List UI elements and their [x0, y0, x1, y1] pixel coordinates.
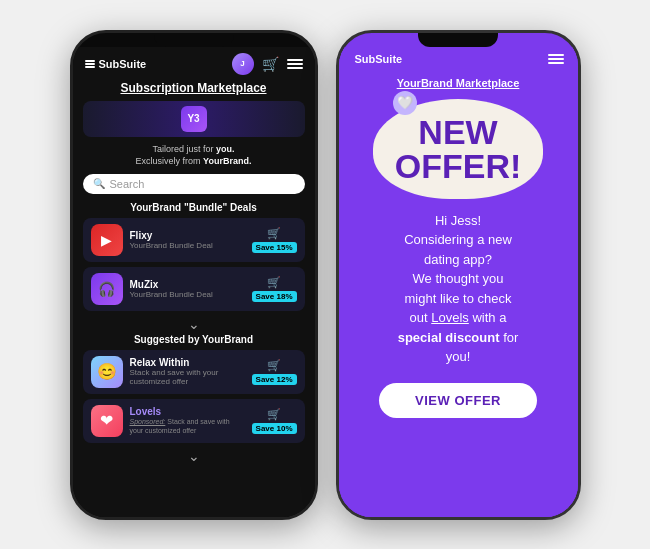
body-line8: for — [503, 330, 518, 345]
relax-right: 🛒 Save 12% — [252, 359, 297, 385]
body-line2: dating app? — [424, 252, 492, 267]
tagline-brand: YourBrand. — [203, 156, 251, 166]
relax-info: Relax Within Stack and save with your cu… — [130, 357, 245, 386]
relax-cart-icon[interactable]: 🛒 — [267, 359, 281, 372]
heart-badge: 🤍 — [393, 91, 417, 115]
greeting: Hi Jess! — [435, 213, 481, 228]
chevron-down-2[interactable]: ⌄ — [83, 448, 305, 464]
hamburger-menu[interactable] — [287, 59, 303, 69]
lovels-name: Lovels — [130, 406, 245, 417]
marketplace-title: Subscription Marketplace — [83, 81, 305, 95]
brand-badge: Y3 — [181, 106, 207, 132]
offer-body: Hi Jess! Considering a new dating app? W… — [398, 211, 519, 367]
sponsored-badge: Sponsored: Stack and save with your cust… — [130, 418, 230, 434]
lovels-info: Lovels Sponsored: Stack and save with yo… — [130, 406, 245, 435]
chevron-down-1[interactable]: ⌄ — [83, 316, 305, 332]
subsuite-logo-text-right: SubSuite — [355, 53, 403, 65]
body-line5: out — [410, 310, 428, 325]
muzix-cart-icon[interactable]: 🛒 — [267, 276, 281, 289]
left-notch — [154, 33, 234, 47]
flixy-info: Flixy YourBrand Bundle Deal — [130, 230, 245, 250]
lovels-right: 🛒 Save 10% — [252, 408, 297, 434]
left-phone: SubSuite J 🛒 Subscription Marketplace Y3 — [70, 30, 318, 520]
muzix-right: 🛒 Save 18% — [252, 276, 297, 302]
flixy-name: Flixy — [130, 230, 245, 241]
body-line6: with a — [472, 310, 506, 325]
heart-icon: 🤍 — [397, 95, 413, 110]
relax-save-badge: Save 12% — [252, 374, 297, 385]
right-phone: SubSuite YourBrand Marketplace 🤍 NEW OFF… — [336, 30, 581, 520]
subsuite-logo-left: SubSuite — [85, 58, 147, 70]
right-content: YourBrand Marketplace 🤍 NEW OFFER! Hi Je… — [339, 71, 578, 517]
offer-blob: 🤍 NEW OFFER! — [373, 99, 543, 199]
deal-card-muzix[interactable]: 🎧 MuZix YourBrand Bundle Deal 🛒 Save 18% — [83, 267, 305, 311]
lovels-save-badge: Save 10% — [252, 423, 297, 434]
lovels-icon: ❤ — [91, 405, 123, 437]
new-offer-line1: NEW — [418, 113, 497, 151]
relax-sub: Stack and save with your customized offe… — [130, 368, 245, 386]
lovels-cart-icon[interactable]: 🛒 — [267, 408, 281, 421]
subsuite-logo-text: SubSuite — [99, 58, 147, 70]
tagline-part1: Tailored just for — [152, 144, 216, 154]
deal-card-relax[interactable]: 😊 Relax Within Stack and save with your … — [83, 350, 305, 394]
right-header: SubSuite — [339, 47, 578, 71]
muzix-icon: 🎧 — [91, 273, 123, 305]
flixy-cart-icon[interactable]: 🛒 — [267, 227, 281, 240]
avatar[interactable]: J — [232, 53, 254, 75]
new-offer-line2: OFFER! — [395, 147, 522, 185]
muzix-save-badge: Save 18% — [252, 291, 297, 302]
flixy-sub: YourBrand Bundle Deal — [130, 241, 245, 250]
muzix-headphones-icon: 🎧 — [98, 281, 115, 297]
yourbrand-link[interactable]: YourBrand Marketplace — [397, 77, 520, 89]
tagline: Tailored just for you. Exclusively from … — [83, 143, 305, 168]
search-icon: 🔍 — [93, 178, 105, 189]
body-line9: you! — [446, 349, 471, 364]
tagline-part2: Exclusively from — [136, 156, 204, 166]
new-offer-text: NEW OFFER! — [395, 115, 522, 183]
body-line7: special discount — [398, 330, 500, 345]
view-offer-button[interactable]: VIEW OFFER — [379, 383, 537, 418]
bundle-section-title: YourBrand "Bundle" Deals — [83, 202, 305, 213]
left-header: SubSuite J 🛒 — [73, 47, 315, 81]
flixy-save-badge: Save 15% — [252, 242, 297, 253]
suggested-section-title: Suggested by YourBrand — [83, 334, 305, 345]
app-name-link[interactable]: Lovels — [431, 310, 469, 325]
lovels-heart-icon: ❤ — [100, 411, 113, 430]
relax-emoji-icon: 😊 — [97, 362, 117, 381]
brand-banner: Y3 — [83, 101, 305, 137]
search-input-placeholder: Search — [110, 178, 295, 190]
muzix-name: MuZix — [130, 279, 245, 290]
sponsored-label: Sponsored: — [130, 418, 166, 425]
relax-name: Relax Within — [130, 357, 245, 368]
cart-icon-header[interactable]: 🛒 — [262, 56, 279, 72]
subsuite-logo-right: SubSuite — [353, 53, 403, 65]
right-notch — [418, 33, 498, 47]
body-line4: might like to check — [405, 291, 512, 306]
flixy-right: 🛒 Save 15% — [252, 227, 297, 253]
left-content: Subscription Marketplace Y3 Tailored jus… — [73, 81, 315, 517]
flixy-icon: ▶ — [91, 224, 123, 256]
flixy-play-icon: ▶ — [101, 232, 112, 248]
search-bar[interactable]: 🔍 Search — [83, 174, 305, 194]
tagline-you: you. — [216, 144, 235, 154]
relax-icon: 😊 — [91, 356, 123, 388]
body-line1: Considering a new — [404, 232, 512, 247]
right-screen: SubSuite YourBrand Marketplace 🤍 NEW OFF… — [339, 47, 578, 517]
subsuite-bar-icon — [85, 60, 95, 68]
header-icons: J 🛒 — [232, 53, 303, 75]
deal-card-lovels[interactable]: ❤ Lovels Sponsored: Stack and save with … — [83, 399, 305, 443]
muzix-sub: YourBrand Bundle Deal — [130, 290, 245, 299]
left-screen: SubSuite J 🛒 Subscription Marketplace Y3 — [73, 47, 315, 517]
muzix-info: MuZix YourBrand Bundle Deal — [130, 279, 245, 299]
hamburger-menu-right[interactable] — [548, 54, 564, 64]
deal-card-flixy[interactable]: ▶ Flixy YourBrand Bundle Deal 🛒 Save 15% — [83, 218, 305, 262]
body-line3: We thought you — [413, 271, 504, 286]
lovels-sub: Sponsored: Stack and save with your cust… — [130, 417, 245, 435]
